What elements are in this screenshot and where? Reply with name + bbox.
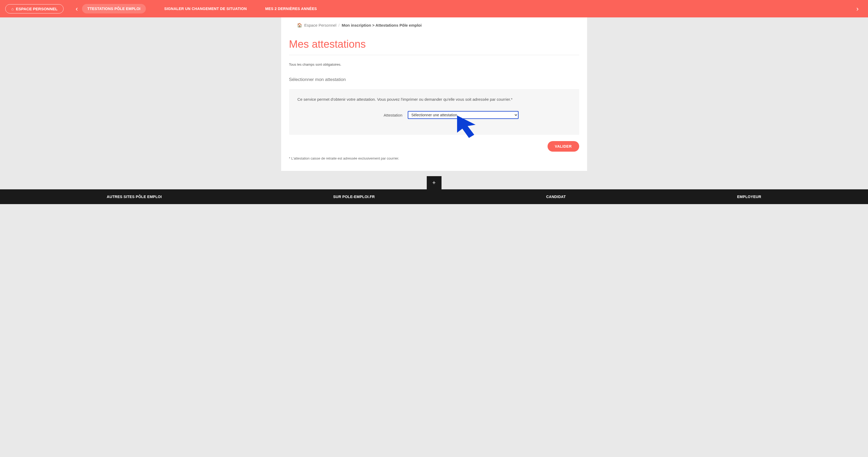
content-card: 🏠 Espace Personnel / Mon inscription > A…: [281, 18, 587, 171]
section-label: Sélectionner mon attestation: [289, 77, 579, 82]
espace-personnel-label: ESPACE PERSONNEL: [16, 7, 58, 11]
breadcrumb: 🏠 Espace Personnel / Mon inscription > A…: [289, 23, 579, 28]
footer-col-autres-sites[interactable]: AUTRES SITES PÔLE EMPLOI: [107, 194, 162, 199]
attestation-select[interactable]: Sélectionner une attestation: [408, 111, 519, 119]
form-description: Ce service permet d'obtenir votre attest…: [298, 97, 571, 101]
attestation-field-row: Attestation Sélectionner une attestation: [298, 111, 571, 119]
form-actions: VALIDER: [289, 141, 579, 152]
espace-personnel-button[interactable]: ⌂ ESPACE PERSONNEL: [5, 4, 64, 13]
breadcrumb-root[interactable]: Espace Personnel: [304, 23, 337, 27]
footer: AUTRES SITES PÔLE EMPLOI SUR POLE-EMPLOI…: [0, 189, 868, 204]
breadcrumb-home-icon[interactable]: 🏠: [297, 23, 302, 28]
mandatory-note: Tous les champs sont obligatoires.: [289, 62, 579, 66]
top-nav-bar: ⌂ ESPACE PERSONNEL ‹ TTESTATIONS PÔLE EM…: [0, 0, 868, 18]
title-divider: [289, 55, 579, 55]
nav-tabs-area: ‹ TTESTATIONS PÔLE EMPLOI SIGNALER UN CH…: [71, 4, 863, 13]
footer-col-employeur[interactable]: EMPLOYEUR: [737, 194, 761, 199]
valider-button[interactable]: VALIDER: [548, 141, 579, 152]
page-title: Mes attestations: [289, 38, 579, 50]
tab-dernieres-annees[interactable]: MES 2 DERNIÈRES ANNÉES: [265, 7, 317, 11]
footer-col-candidat[interactable]: CANDIDAT: [546, 194, 566, 199]
nav-tabs: TTESTATIONS PÔLE EMPLOI SIGNALER UN CHAN…: [85, 4, 317, 13]
nav-next-chevron-icon[interactable]: ›: [852, 5, 863, 13]
footnote: * L'attestation caisse de retraite est a…: [289, 156, 579, 160]
breadcrumb-separator: /: [338, 23, 339, 27]
breadcrumb-current: Mon inscription > Attestations Pôle empl…: [342, 23, 422, 27]
tab-signaler-changement[interactable]: SIGNALER UN CHANGEMENT DE SITUATION: [164, 7, 247, 11]
nav-prev-chevron-icon[interactable]: ‹: [71, 5, 82, 13]
tab-attestations[interactable]: TTESTATIONS PÔLE EMPLOI: [82, 4, 146, 13]
attestation-form-box: Ce service permet d'obtenir votre attest…: [289, 89, 579, 135]
plus-tab-wrapper: +: [0, 176, 868, 189]
footer-col-sur-pole-emploi[interactable]: SUR POLE-EMPLOI.FR: [333, 194, 375, 199]
expand-footer-button[interactable]: +: [427, 176, 441, 189]
main-wrapper: 🏠 Espace Personnel / Mon inscription > A…: [0, 18, 868, 171]
plus-icon: +: [432, 179, 436, 186]
home-icon: ⌂: [11, 7, 14, 11]
attestation-label: Attestation: [350, 113, 402, 117]
